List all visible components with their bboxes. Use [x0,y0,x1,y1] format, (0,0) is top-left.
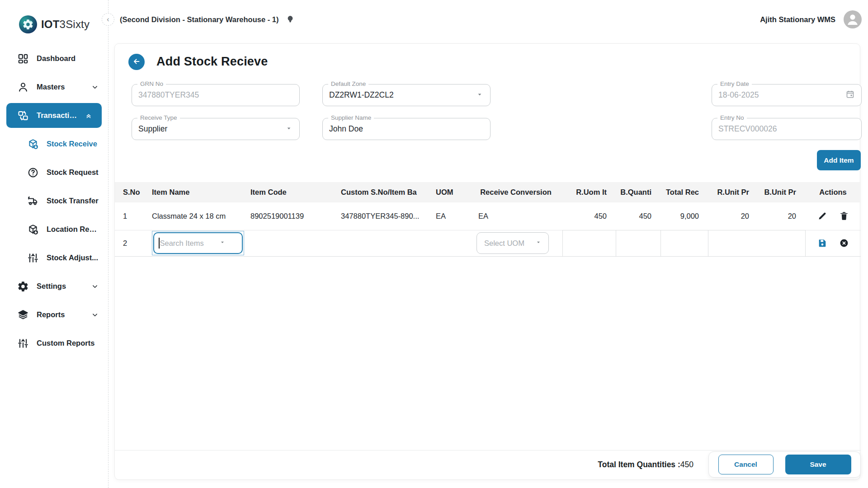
col-header-actions: Actions [805,182,861,202]
receive-type-label: Receive Type [137,114,180,121]
chevron-left-icon: ‹ [107,15,109,23]
page-title: Add Stock Recieve [156,55,268,69]
item-search-combo [152,231,244,255]
person-icon [17,81,29,93]
default-zone-value: DZ2RW1-DZ2CL2 [329,90,472,100]
sidebar-item-label: Transaction [37,111,77,120]
receive-type-select[interactable]: Receive Type Supplier [132,118,300,140]
collapse-sidebar-button[interactable]: ‹ [102,13,114,26]
brand-title-bold: IOT [41,18,60,30]
sidebar-item-stock-receive[interactable]: Stock Receive [0,130,108,158]
select-uom-dropdown[interactable]: Select UOM [476,232,549,254]
col-header-custom-sno: Custom S.No/Item Ba [332,182,427,202]
sidebar-item-stock-adjustment[interactable]: Stock Adjust... [0,244,108,272]
sidebar-item-label: Settings [37,282,83,291]
sliders-icon [17,338,29,349]
sliders-icon [27,252,39,264]
sidebar-item-label: Location Rec... [47,225,99,234]
sidebar-item-label: Stock Adjust... [47,253,99,262]
search-items-input[interactable] [160,239,219,248]
entry-no-field[interactable]: Entry No STRECV000026 [712,118,862,140]
cell-empty [332,230,427,256]
dropdown-arrow-icon [285,124,293,134]
cell-sno: 2 [115,230,143,256]
col-header-receive-conversion: Receive Conversion [469,182,562,202]
total-quantities-label: Total Item Quantities : [598,460,680,469]
sidebar-item-label: Custom Reports [37,339,99,347]
cell-b-quantity: 450 [616,202,660,230]
default-zone-label: Default Zone [328,80,368,87]
cell-item-search [143,230,241,256]
footer-actions-card: Cancel Save [708,451,861,478]
save-button[interactable]: Save [785,455,851,474]
sidebar-item-transaction[interactable]: Transaction [6,103,102,128]
default-zone-select[interactable]: Default Zone DZ2RW1-DZ2CL2 [322,84,491,106]
dashboard-icon [17,53,29,65]
sidebar-item-label: Stock Receive [47,140,99,148]
delete-icon[interactable] [839,211,849,221]
cell-total-rec: 9,000 [660,202,708,230]
cell-r-uom: 450 [562,202,616,230]
b-quantity-input-cell[interactable] [616,230,660,256]
supplier-name-field[interactable]: Supplier Name John Doe [322,118,491,140]
supplier-name-value: John Doe [329,124,484,134]
grn-no-field[interactable]: GRN No 347880TYER345 [132,84,300,106]
calendar-icon[interactable] [845,89,855,101]
cell-r-unit-price: 20 [708,202,758,230]
add-stock-receive-card: Add Stock Recieve GRN No 347880TYER345 R… [114,43,860,480]
col-header-r-uom: R.Uom It [562,182,616,202]
sidebar-item-label: Masters [37,83,83,91]
entry-no-label: Entry No [717,114,747,121]
app-root: IOT3Sixty Dashboard Masters Transaction … [0,0,868,488]
total-quantities: Total Item Quantities :450 [115,460,693,469]
sidebar-item-masters[interactable]: Masters [0,73,108,101]
col-header-r-unit-price: R.Unit Pr [708,182,758,202]
cube-download-icon [27,138,39,150]
sidebar-item-stock-transfer[interactable]: Stock Transfer [0,187,108,215]
brand-gear-icon [19,15,37,33]
cell-uom-select: Select UOM [469,230,562,256]
sidebar-item-stock-request[interactable]: Stock Request [0,158,108,187]
sidebar-item-custom-reports[interactable]: Custom Reports [0,329,108,357]
cell-sno: 1 [115,202,143,230]
r-uom-input-cell[interactable] [562,230,616,256]
total-rec-input-cell[interactable] [660,230,708,256]
select-uom-placeholder: Select UOM [484,239,524,248]
chevron-down-icon [91,281,99,292]
sidebar-item-reports[interactable]: Reports [0,300,108,329]
sidebar-item-dashboard[interactable]: Dashboard [0,44,108,73]
supplier-name-label: Supplier Name [328,114,374,121]
dropdown-arrow-icon[interactable] [219,239,226,248]
edit-icon[interactable] [817,211,827,221]
col-header-uom: UOM [427,182,469,202]
chevron-double-up-icon [85,110,93,122]
dropdown-arrow-icon [535,239,542,248]
brand-title-light: 3Sixty [60,18,90,30]
arrow-left-icon [132,57,141,67]
cell-actions [805,202,861,230]
save-row-icon[interactable] [817,238,827,248]
entry-no-value: STRECV000026 [718,124,855,134]
add-item-button[interactable]: Add Item [817,150,861,170]
location-pin-icon[interactable] [285,14,296,25]
cancel-button[interactable]: Cancel [718,455,774,474]
sidebar-nav: Dashboard Masters Transaction Stock Rece… [0,44,108,357]
col-header-b-unit-price: B.Unit Pr [758,182,805,202]
entry-date-value: 18-06-2025 [718,90,842,100]
dropdown-arrow-icon [476,90,484,100]
entry-date-field[interactable]: Entry Date 18-06-2025 [712,84,862,106]
col-header-b-quantity: B.Quanti [616,182,660,202]
back-button[interactable] [128,54,145,70]
total-quantities-value: 450 [680,460,693,469]
cell-item-name: Classmate 24 x 18 cm [143,202,241,230]
unit-price-input-cell[interactable] [708,230,805,256]
cube-download-icon [27,224,39,235]
table-row: 1 Classmate 24 x 18 cm 8902519001139 347… [115,202,861,230]
sidebar-item-settings[interactable]: Settings [0,272,108,300]
entry-date-label: Entry Date [717,80,752,87]
cancel-row-icon[interactable] [839,238,849,248]
user-avatar[interactable] [844,10,862,28]
sidebar-item-location-receive[interactable]: Location Rec... [0,215,108,244]
cell-empty [427,230,469,256]
cell-custom-sno: 347880TYER345-890... [332,202,427,230]
